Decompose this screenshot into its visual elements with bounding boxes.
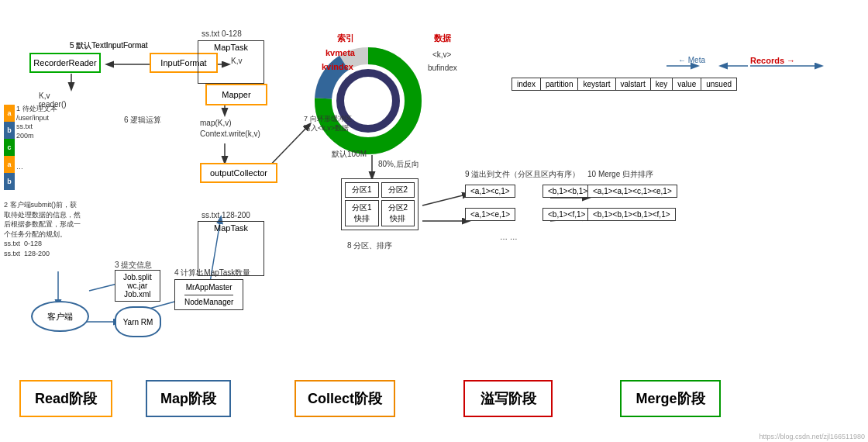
stage-spill: 溢写阶段 <box>463 380 553 417</box>
step7-label: 7 向环形缓冲区写入<k,v>数据 <box>304 115 352 133</box>
bufindex-label: bufindex <box>428 64 457 72</box>
yarn-rm-box: Yarn RM <box>115 306 161 337</box>
svg-line-7 <box>422 194 469 205</box>
mapkv-label: map(K,v)Context.write(k,v) <box>200 118 260 140</box>
partition2-top: 分区2 <box>381 182 415 198</box>
col-partition: partition <box>540 78 578 91</box>
step8-label: 8 分区、排序 <box>347 240 392 251</box>
data-label: 数据 <box>434 33 451 44</box>
spill4-box: <b,1><f,1> <box>542 208 591 221</box>
partition-grid: 分区1 分区2 分区1快排 分区2快排 <box>341 178 418 230</box>
default-textinputformat-label: 5 默认TextInputFormat <box>70 40 148 51</box>
merge1-box: <a,1><a,1><c,1><e,1> <box>587 185 677 198</box>
client-box: 客户端 <box>31 301 89 332</box>
logic-label: 6 逻辑运算 <box>124 115 161 126</box>
spill1-box: <a,1><c,1> <box>465 185 515 198</box>
records-label: Records → <box>750 56 795 65</box>
partition1-top: 分区1 <box>345 182 379 198</box>
data-kv-label: <k,v> <box>432 50 451 59</box>
percent80-label: 80%,后反向 <box>378 159 419 170</box>
col-unused: unsued <box>701 78 737 91</box>
mapper-box: Mapper <box>205 84 267 105</box>
col-valstart: valstart <box>615 78 650 91</box>
stage-read: Read阶段 <box>19 380 112 417</box>
step4-label: 4 计算出MapTask数量 <box>174 268 250 278</box>
recorder-reader-box: RecorderReader <box>29 53 101 73</box>
stage-merge: Merge阶段 <box>620 380 721 417</box>
kvmeta-label: kvmeta <box>326 48 355 57</box>
merge2-box: <b,1><b,1><b,1><f,1> <box>587 208 676 221</box>
col-value: value <box>673 78 701 91</box>
dots-label: … … <box>500 233 518 241</box>
partition1-fast: 分区1快排 <box>345 200 379 226</box>
step9-label: 9 溢出到文件（分区且区内有序） <box>465 169 580 180</box>
stage-map: Map阶段 <box>146 380 231 417</box>
step2-text: 2 客户端submit()前，获取待处理数据的信息，然后根据参数配置，形成一个任… <box>4 200 105 259</box>
sstxt2-label: ss.txt 128-200 <box>202 211 250 219</box>
col-index: index <box>512 78 541 91</box>
maptask1-container: MapTask <box>198 40 264 84</box>
partition2-fast: 分区2快排 <box>381 200 415 226</box>
sstxt-range-label: ss.txt 0-128 <box>202 29 242 38</box>
stage-collect: Collect阶段 <box>294 380 395 417</box>
spill2-box: <b,1><b,1> <box>542 185 593 198</box>
col-keystart: keystart <box>578 78 615 91</box>
spill3-box: <a,1><e,1> <box>465 208 515 221</box>
watermark: https://blog.csdn.net/zjl166511980 <box>759 433 865 440</box>
default100m-label: 默认100M <box>332 149 367 160</box>
mrappmaster-box: MrAppMaster NodeManager <box>174 279 243 310</box>
diagram-container: 5 默认TextInputFormat RecorderReader Input… <box>0 0 868 442</box>
col-key: key <box>650 78 673 91</box>
kvindex-label: kvindex <box>322 62 353 71</box>
step10-label: 10 Merge 归并排序 <box>587 169 653 180</box>
job-files-box: Job.splitwc.jarJob.xml <box>115 270 160 302</box>
index-label: 索引 <box>337 33 354 44</box>
meta-label: ← Meta <box>678 56 705 64</box>
index-table: index partition keystart valstart key va… <box>512 78 737 91</box>
step3-label: 3 提交信息 <box>115 260 152 271</box>
outputcollector-box: outputCollector <box>200 163 277 183</box>
